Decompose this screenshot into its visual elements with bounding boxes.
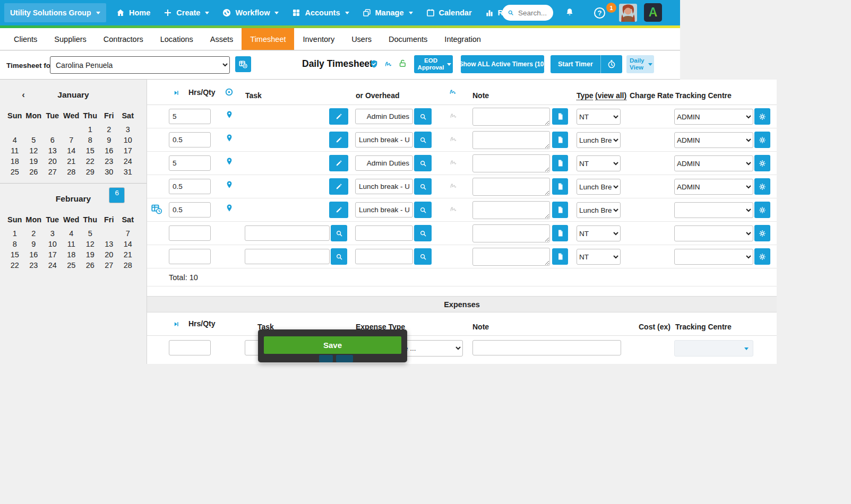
- tracking-centre-select[interactable]: ADMIN: [674, 155, 753, 171]
- tab-integration[interactable]: Integration: [436, 28, 489, 50]
- tab-timesheet[interactable]: Timesheet: [242, 28, 294, 50]
- nav-manage[interactable]: Manage: [356, 0, 419, 25]
- calendar-day[interactable]: 5: [81, 228, 100, 239]
- calendar-day[interactable]: 21: [62, 156, 81, 167]
- task-input[interactable]: [245, 249, 330, 264]
- calendar-day[interactable]: 8: [81, 135, 100, 145]
- calendar-day[interactable]: 9: [24, 239, 44, 249]
- calendar-day[interactable]: 6: [43, 135, 62, 145]
- eod-approval-button[interactable]: EOD Approval: [414, 55, 453, 73]
- edit-overhead-button[interactable]: [329, 132, 348, 148]
- daily-view-button[interactable]: Daily View: [626, 55, 654, 73]
- row-settings-button[interactable]: [754, 225, 770, 241]
- search-box[interactable]: [502, 5, 553, 21]
- calendar-day[interactable]: 4: [62, 228, 81, 239]
- expense-hrs-qty-input[interactable]: [169, 340, 211, 355]
- calendar-day[interactable]: 26: [24, 167, 44, 177]
- tracking-centre-select[interactable]: ADMIN: [674, 179, 753, 195]
- row-settings-button[interactable]: [754, 132, 770, 148]
- overhead-input[interactable]: [355, 249, 413, 264]
- overhead-input[interactable]: [355, 179, 413, 194]
- calendar-day[interactable]: 1: [81, 124, 100, 135]
- expense-tracking-centre-select[interactable]: [674, 340, 753, 357]
- overhead-search-button[interactable]: [414, 248, 432, 265]
- calendar-day[interactable]: 15: [81, 145, 100, 156]
- calendar-day[interactable]: 15: [5, 249, 24, 260]
- skip-to-icon[interactable]: [173, 320, 180, 328]
- row-settings-button[interactable]: [754, 202, 770, 218]
- type-select[interactable]: NT: [577, 249, 621, 265]
- overhead-input[interactable]: [355, 132, 413, 147]
- calendar-prev-button[interactable]: ‹: [18, 87, 29, 103]
- task-input[interactable]: [245, 225, 330, 241]
- tab-assets[interactable]: Assets: [202, 28, 242, 50]
- calendar-day[interactable]: 3: [118, 124, 137, 135]
- calendar-day[interactable]: 8: [5, 239, 24, 249]
- task-search-button[interactable]: [331, 248, 347, 265]
- calendar-day[interactable]: 3: [43, 228, 62, 239]
- calendar-day[interactable]: 5: [24, 135, 44, 145]
- calendar-day[interactable]: 13: [100, 239, 119, 249]
- tab-documents[interactable]: Documents: [380, 28, 436, 50]
- row-settings-button[interactable]: [754, 178, 770, 195]
- calendar-day[interactable]: 27: [100, 260, 119, 271]
- calendar-day[interactable]: 14: [118, 239, 137, 249]
- overhead-input[interactable]: [355, 155, 413, 171]
- calendar-day[interactable]: 11: [62, 239, 81, 249]
- note-textarea[interactable]: [472, 178, 550, 196]
- calendar-day[interactable]: 22: [81, 156, 100, 167]
- nav-create[interactable]: Create: [157, 0, 216, 25]
- timesheet-person-select[interactable]: Carolina Penuela: [50, 56, 230, 74]
- calendar-day[interactable]: 25: [62, 260, 81, 271]
- help-button[interactable]: ?: [594, 7, 605, 19]
- calendar-day[interactable]: 31: [118, 167, 137, 177]
- type-select[interactable]: Lunch Bre: [577, 132, 621, 148]
- overhead-search-button[interactable]: [414, 225, 432, 241]
- hrs-qty-input[interactable]: [169, 179, 211, 194]
- calendar-day[interactable]: 30: [100, 167, 119, 177]
- calendar-day[interactable]: 17: [118, 145, 137, 156]
- note-attachment-button[interactable]: [552, 108, 568, 125]
- calendar-day[interactable]: 24: [118, 156, 137, 167]
- notifications-bell-icon[interactable]: [565, 7, 574, 17]
- calendar-day[interactable]: 7: [118, 228, 137, 239]
- note-textarea[interactable]: [472, 248, 550, 266]
- calendar-day[interactable]: 17: [43, 249, 62, 260]
- calendar-day[interactable]: 23: [100, 156, 119, 167]
- calendar-day[interactable]: 16: [24, 249, 44, 260]
- tab-locations[interactable]: Locations: [152, 28, 202, 50]
- tracking-centre-select[interactable]: [674, 249, 753, 265]
- calendar-day[interactable]: 10: [118, 135, 137, 145]
- edit-overhead-button[interactable]: [329, 155, 348, 171]
- calendar-day[interactable]: 9: [100, 135, 119, 145]
- calendar-day[interactable]: 18: [5, 156, 24, 167]
- calendar-day[interactable]: 16: [100, 145, 119, 156]
- calendar-day[interactable]: 28: [118, 260, 137, 271]
- type-select[interactable]: Lunch Bre: [577, 179, 621, 195]
- timesheet-settings-button[interactable]: [235, 56, 251, 72]
- nav-home[interactable]: Home: [109, 0, 157, 25]
- calendar-day[interactable]: 2: [24, 228, 44, 239]
- hrs-qty-input[interactable]: [169, 225, 211, 241]
- shield-check-icon[interactable]: [369, 59, 379, 68]
- tab-contractors[interactable]: Contractors: [95, 28, 152, 50]
- start-timer-button[interactable]: Start Timer: [551, 55, 600, 73]
- calendar-day[interactable]: 14: [62, 145, 81, 156]
- note-textarea[interactable]: [472, 131, 550, 149]
- nav-calendar[interactable]: Calendar: [419, 0, 478, 25]
- nav-accounts[interactable]: Accounts: [285, 0, 355, 25]
- note-textarea[interactable]: [472, 108, 550, 126]
- expense-note-input[interactable]: [472, 340, 621, 355]
- tab-clients[interactable]: Clients: [5, 28, 46, 50]
- hrs-qty-input[interactable]: [169, 109, 211, 124]
- calendar-day[interactable]: 20: [100, 249, 119, 260]
- app-logo[interactable]: A: [644, 3, 662, 22]
- target-icon[interactable]: [225, 88, 234, 97]
- calendar-day[interactable]: 19: [81, 249, 100, 260]
- calendar-day[interactable]: 19: [24, 156, 44, 167]
- row-settings-button[interactable]: [754, 108, 770, 125]
- note-textarea[interactable]: [472, 224, 550, 242]
- calendar-day[interactable]: 22: [5, 260, 24, 271]
- tracking-centre-select[interactable]: [674, 225, 753, 241]
- tab-suppliers[interactable]: Suppliers: [46, 28, 94, 50]
